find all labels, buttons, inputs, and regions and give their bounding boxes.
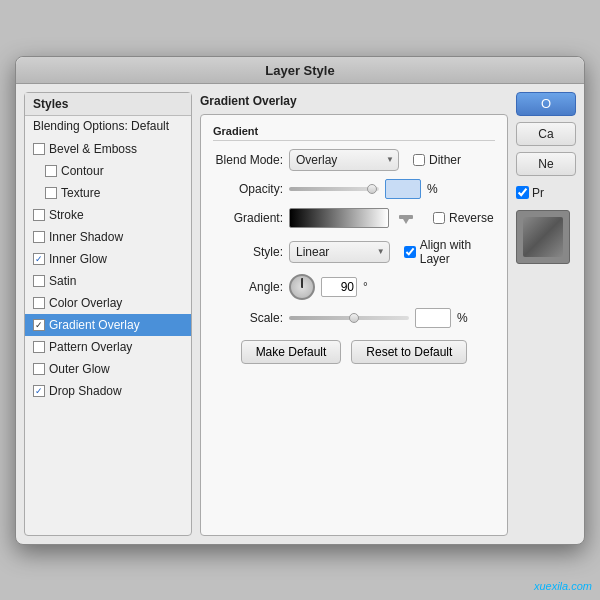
cancel-button[interactable]: Ca (516, 122, 576, 146)
satin-checkbox[interactable] (33, 275, 45, 287)
style-row: Style: Linear ▼ Align with Layer (213, 238, 495, 266)
new-button[interactable]: Ne (516, 152, 576, 176)
opacity-percent: % (427, 182, 438, 196)
dither-checkbox-row: Dither (413, 153, 461, 167)
sidebar-item-satin[interactable]: Satin (25, 270, 191, 292)
sidebar-item-label: Satin (49, 272, 76, 290)
preview-row: Pr (516, 186, 576, 200)
gradient-swatch[interactable] (289, 208, 389, 228)
opacity-track (289, 187, 379, 191)
preview-checkbox[interactable] (516, 186, 529, 199)
drop-shadow-checkbox[interactable] (33, 385, 45, 397)
preview-inner (523, 217, 563, 257)
sidebar-item-label: Stroke (49, 206, 84, 224)
sidebar-item-label: Drop Shadow (49, 382, 122, 400)
reset-default-button[interactable]: Reset to Default (351, 340, 467, 364)
opacity-slider[interactable] (289, 184, 379, 194)
scale-thumb[interactable] (349, 313, 359, 323)
ok-button[interactable]: O (516, 92, 576, 116)
color-overlay-checkbox[interactable] (33, 297, 45, 309)
pattern-overlay-checkbox[interactable] (33, 341, 45, 353)
blend-mode-label: Blend Mode: (213, 153, 283, 167)
bottom-buttons-row: Make Default Reset to Default (213, 340, 495, 364)
sidebar-item-gradient-overlay[interactable]: Gradient Overlay (25, 314, 191, 336)
svg-marker-1 (403, 219, 409, 224)
blend-mode-row: Blend Mode: Overlay ▼ Dither (213, 149, 495, 171)
subsection-title: Gradient (213, 125, 495, 141)
gradient-label: Gradient: (213, 211, 283, 225)
sidebar-item-label: Pattern Overlay (49, 338, 132, 356)
preview-label: Pr (532, 186, 544, 200)
layer-style-dialog: Layer Style Styles Blending Options: Def… (15, 56, 585, 545)
sidebar-item-inner-shadow[interactable]: Inner Shadow (25, 226, 191, 248)
scale-label: Scale: (213, 311, 283, 325)
styles-list: Bevel & Emboss Contour Texture Stroke In… (25, 136, 191, 404)
main-panel: Gradient Overlay Gradient Blend Mode: Ov… (200, 92, 508, 536)
content-box: Gradient Blend Mode: Overlay ▼ Dither Op (200, 114, 508, 536)
align-row: Align with Layer (404, 238, 495, 266)
angle-input[interactable]: 90 (321, 277, 357, 297)
sidebar-item-stroke[interactable]: Stroke (25, 204, 191, 226)
sidebar-item-color-overlay[interactable]: Color Overlay (25, 292, 191, 314)
angle-degree: ° (363, 280, 368, 294)
sidebar-item-contour[interactable]: Contour (25, 160, 191, 182)
dither-checkbox[interactable] (413, 154, 425, 166)
gradient-arrow-icon (399, 207, 413, 227)
angle-indicator (301, 278, 303, 288)
blend-mode-dropdown[interactable]: Overlay ▼ (289, 149, 399, 171)
angle-dial[interactable] (289, 274, 315, 300)
blend-mode-value: Overlay (296, 153, 337, 167)
scale-percent: % (457, 311, 468, 325)
opacity-input[interactable]: 100 (385, 179, 421, 199)
opacity-row: Opacity: 100 % (213, 179, 495, 199)
align-label: Align with Layer (420, 238, 495, 266)
reverse-checkbox[interactable] (433, 212, 445, 224)
dialog-title: Layer Style (16, 57, 584, 84)
scale-input[interactable]: 100 (415, 308, 451, 328)
style-arrow-icon: ▼ (377, 247, 385, 256)
reverse-label: Reverse (449, 211, 494, 225)
align-checkbox[interactable] (404, 246, 416, 258)
make-default-button[interactable]: Make Default (241, 340, 342, 364)
right-panel: O Ca Ne Pr (516, 92, 576, 536)
scale-track (289, 316, 409, 320)
sidebar-item-inner-glow[interactable]: Inner Glow (25, 248, 191, 270)
bevel-emboss-checkbox[interactable] (33, 143, 45, 155)
texture-checkbox[interactable] (45, 187, 57, 199)
preview-box (516, 210, 570, 264)
gradient-overlay-checkbox[interactable] (33, 319, 45, 331)
section-title: Gradient Overlay (200, 92, 508, 110)
blending-options-item[interactable]: Blending Options: Default (25, 116, 191, 136)
sidebar-item-drop-shadow[interactable]: Drop Shadow (25, 380, 191, 402)
sidebar-item-outer-glow[interactable]: Outer Glow (25, 358, 191, 380)
opacity-thumb[interactable] (367, 184, 377, 194)
style-dropdown[interactable]: Linear ▼ (289, 241, 390, 263)
watermark: xuexila.com (534, 580, 592, 592)
sidebar-item-label: Inner Glow (49, 250, 107, 268)
sidebar-item-label: Bevel & Emboss (49, 140, 137, 158)
style-label: Style: (213, 245, 283, 259)
gradient-row: Gradient: Reverse (213, 207, 495, 230)
contour-checkbox[interactable] (45, 165, 57, 177)
sidebar-item-label: Outer Glow (49, 360, 110, 378)
scale-row: Scale: 100 % (213, 308, 495, 328)
reverse-row: Reverse (433, 211, 494, 225)
angle-row: Angle: 90 ° (213, 274, 495, 300)
sidebar-item-label: Gradient Overlay (49, 316, 140, 334)
scale-slider[interactable] (289, 313, 409, 323)
inner-glow-checkbox[interactable] (33, 253, 45, 265)
gradient-dropdown-arrow-icon[interactable] (399, 207, 413, 230)
inner-shadow-checkbox[interactable] (33, 231, 45, 243)
outer-glow-checkbox[interactable] (33, 363, 45, 375)
sidebar-item-label: Contour (61, 162, 104, 180)
sidebar-item-label: Inner Shadow (49, 228, 123, 246)
sidebar-item-label: Color Overlay (49, 294, 122, 312)
sidebar-item-bevel-emboss[interactable]: Bevel & Emboss (25, 138, 191, 160)
stroke-checkbox[interactable] (33, 209, 45, 221)
dither-label: Dither (429, 153, 461, 167)
sidebar-item-pattern-overlay[interactable]: Pattern Overlay (25, 336, 191, 358)
sidebar-item-texture[interactable]: Texture (25, 182, 191, 204)
styles-header[interactable]: Styles (25, 93, 191, 116)
styles-panel: Styles Blending Options: Default Bevel &… (24, 92, 192, 536)
opacity-label: Opacity: (213, 182, 283, 196)
